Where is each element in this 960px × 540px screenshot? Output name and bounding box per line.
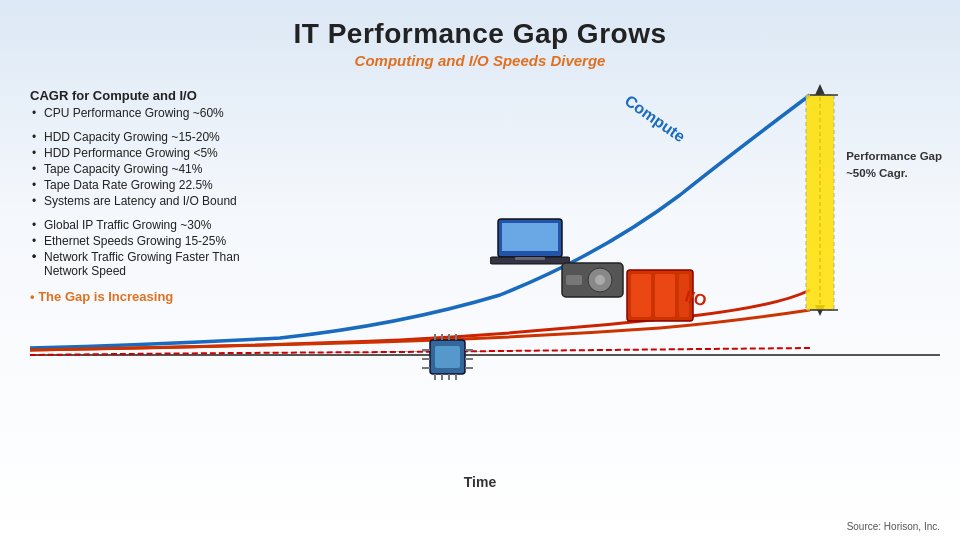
source-text: Source: Horison, Inc. <box>847 521 940 532</box>
laptop-icon <box>490 215 570 270</box>
svg-rect-21 <box>435 346 460 368</box>
cpu-bullet: CPU Performance Growing ~60% <box>30 105 400 121</box>
slide: IT Performance Gap Grows Computing and I… <box>0 0 960 540</box>
network-traffic-line1: Network Traffic Growing Faster Than <box>44 250 240 264</box>
svg-rect-11 <box>515 257 545 260</box>
perf-gap-title: Performance Gap <box>846 148 942 165</box>
svg-point-14 <box>595 275 605 285</box>
cagr-bullets: CPU Performance Growing ~60% <box>30 105 400 121</box>
svg-marker-2 <box>815 84 825 95</box>
network-traffic-line2: Network Speed <box>44 264 126 278</box>
svg-rect-9 <box>502 223 558 251</box>
left-text-column: CAGR for Compute and I/O CPU Performance… <box>30 80 400 304</box>
network-traffic-bullet: • Network Traffic Growing Faster Than Ne… <box>30 249 400 279</box>
svg-rect-4 <box>806 95 834 310</box>
svg-rect-18 <box>655 274 675 317</box>
harddisk-icon <box>560 255 625 305</box>
time-label: Time <box>464 474 496 490</box>
tape-cap-bullet: Tape Capacity Growing ~41% <box>30 161 400 177</box>
svg-rect-17 <box>631 274 651 317</box>
perf-gap-subtitle: ~50% Cagr. <box>846 165 942 182</box>
global-ip-bullet: Global IP Traffic Growing ~30% <box>30 217 400 233</box>
hdd-perf-bullet: HDD Performance Growing <5% <box>30 145 400 161</box>
storage-bullets: HDD Capacity Growing ~15-20% HDD Perform… <box>30 129 400 209</box>
latency-bullet: Systems are Latency and I/O Bound <box>30 193 400 209</box>
cpu-icon <box>420 332 475 382</box>
tape-rate-bullet: Tape Data Rate Growing 22.5% <box>30 177 400 193</box>
ethernet-bullet: Ethernet Speeds Growing 15-25% <box>30 233 400 249</box>
cagr-label: CAGR for Compute and I/O <box>30 88 400 103</box>
gap-label: The Gap is Increasing <box>30 289 400 304</box>
network-bullets: Global IP Traffic Growing ~30% Ethernet … <box>30 217 400 279</box>
hdd-cap-bullet: HDD Capacity Growing ~15-20% <box>30 129 400 145</box>
perf-gap-text: Performance Gap ~50% Cagr. <box>846 148 942 183</box>
svg-rect-15 <box>566 275 582 285</box>
